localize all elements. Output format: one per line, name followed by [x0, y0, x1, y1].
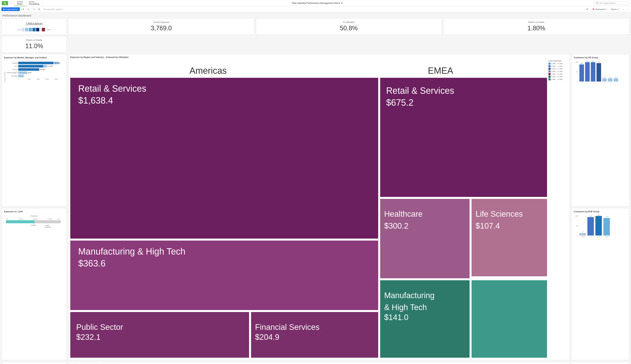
util-box-2 — [25, 28, 28, 31]
svg-text:$363.6: $363.6 — [78, 258, 106, 268]
right-col: Customers by PD Group 130 65 0 104 127 1… — [571, 54, 629, 360]
svg-text:100M: 100M — [27, 78, 31, 80]
clear-icon[interactable]: ⊘ — [37, 7, 42, 12]
bookmarks-btn[interactable]: 🔖 Bookmarks ▾ — [591, 8, 608, 11]
svg-text:< -0.00%: < -0.00% — [580, 236, 585, 238]
treemap-container: Americas Retail & Services $1,638.4 Manu… — [70, 60, 547, 358]
customers-roe-title: Customers by RoE Group — [574, 210, 627, 213]
bar-uk[interactable] — [18, 72, 27, 74]
pd-bar-4[interactable] — [596, 63, 601, 82]
roe-bar-1[interactable] — [579, 233, 586, 236]
roe-bar-3[interactable] — [595, 216, 602, 236]
svg-text:0: 0 — [577, 81, 578, 82]
svg-text:$675.2: $675.2 — [386, 98, 413, 108]
svg-text:$141.0: $141.0 — [384, 313, 409, 322]
nav-tabs: Analyze Sheet Narrate Storytelling — [14, 0, 42, 6]
grid-view-btn[interactable]: ⊞ — [585, 8, 589, 11]
insight-advisor-button[interactable]: ◆ Insight Advisor — [2, 7, 20, 11]
bar-canada[interactable] — [18, 62, 53, 64]
pd-bar-6[interactable] — [608, 78, 612, 82]
emea-small[interactable] — [471, 280, 547, 358]
pd-bar-5[interactable] — [602, 78, 607, 82]
legend-label-3: 4.29G - < 4.29G — [551, 68, 563, 70]
svg-text:232.88M: 232.88M — [40, 69, 45, 70]
pd-bar-1[interactable] — [579, 64, 584, 82]
legend-item-2: 4.29G - < 4.29G — [548, 65, 568, 67]
legend-item-6: 4.28G - < 4.29G — [548, 76, 568, 78]
page-title: Performance Dashboard — [3, 14, 31, 17]
svg-text:Germany: Germany — [11, 75, 18, 77]
svg-text:(7,420.8): (7,420.8) — [44, 226, 51, 228]
color-legend: Color expression 4.29G - < 4.29G 4.29G -… — [548, 60, 568, 358]
qlik-logo[interactable]: Q — [2, 1, 8, 5]
roe-bar-4[interactable] — [603, 218, 610, 236]
legend-label-4: 4.29G - < 4.29G — [551, 70, 563, 72]
forward-icon[interactable]: ↪ — [32, 7, 36, 12]
customers-pd-title: Customers by PD Group — [574, 56, 627, 59]
svg-text:7: 7 — [615, 82, 616, 84]
search-placeholder: Ask Insight Advisor — [599, 2, 616, 4]
svg-text:USA: USA — [14, 65, 18, 67]
next-sheet-btn[interactable]: › — [626, 8, 629, 11]
legend-label-7: 4.28G - < 4.28G — [551, 78, 563, 80]
legend-label-5: 4.29G - < 4.29G — [551, 73, 563, 75]
bar-usa[interactable] — [18, 65, 43, 68]
utilization-title: Utilization — [26, 22, 43, 26]
back-icon[interactable]: ↩ — [27, 7, 31, 12]
kpi-roa: Return on Assets 1.80% — [443, 18, 629, 34]
tab-sheet-label: Sheet — [17, 3, 23, 5]
util-box-3 — [29, 28, 32, 31]
kpi-roa-label: Return on Assets — [528, 21, 544, 24]
exposure-vs-limit-card: Exposure vs. Limit Exposure 0.0 2,500.0 … — [2, 208, 67, 360]
pd-bar-2[interactable] — [585, 62, 590, 82]
ask-insight-search[interactable]: 🔍 Ask Insight Advisor — [594, 1, 629, 5]
kpi-row: Utilization Low High Over Current Exposu… — [0, 18, 631, 54]
insight-advisor-label: Insight Advisor — [6, 8, 18, 10]
exposure-bar[interactable] — [6, 220, 34, 223]
prev-sheet-btn[interactable]: ‹ — [621, 8, 625, 11]
insight-advisor-icon: ◆ — [3, 8, 5, 10]
svg-text:300M: 300M — [46, 78, 49, 80]
roe-bar-2[interactable] — [587, 217, 594, 236]
util-legend: Low High Over — [17, 28, 51, 31]
svg-text:Limit: Limit — [46, 224, 49, 226]
svg-text:19: 19 — [609, 76, 611, 78]
tab-narrate-storytelling[interactable]: Narrate Storytelling — [26, 0, 42, 6]
svg-text:100M: 100M — [28, 72, 31, 74]
util-box-4 — [33, 28, 36, 31]
svg-text:104: 104 — [580, 62, 583, 64]
emea-retail[interactable] — [380, 78, 547, 197]
bar-germany[interactable] — [18, 75, 24, 77]
legend-color-7 — [548, 78, 550, 80]
svg-text:0-5%: 0-5% — [597, 236, 600, 238]
toolbar-right: ⊞ 🔖 Bookmarks ▾ Sheets ▾ ‹ › — [585, 8, 629, 11]
utilization-card: Utilization Low High Over — [2, 18, 67, 34]
legend-label-6: 4.28G - < 4.29G — [551, 76, 563, 78]
pd-bar-7[interactable] — [614, 78, 618, 82]
bar-france[interactable] — [18, 68, 39, 70]
svg-text:5: 5 — [604, 82, 605, 84]
bar-usa-secondary — [43, 65, 47, 68]
sheets-btn[interactable]: Sheets ▾ — [609, 8, 620, 11]
kpi-current-exposure-label: Current Exposure — [153, 21, 170, 24]
tab-analyze-sheet[interactable]: Analyze Sheet — [14, 0, 26, 6]
svg-text:3: 3 — [593, 82, 593, 84]
pd-bar-3[interactable] — [591, 62, 595, 82]
svg-text:> -15%: > -15% — [588, 236, 593, 238]
more-options-icon[interactable]: ··· — [10, 1, 12, 5]
exposure-by-market-card: Exposure by Market, Manager, and Analyst… — [2, 54, 67, 206]
kpi-current-exposure: Current Exposure 3,769.0 — [68, 18, 254, 34]
over-label: Over — [47, 29, 51, 31]
svg-text:Healthcare: Healthcare — [384, 210, 423, 218]
svg-text:$300.2: $300.2 — [384, 222, 409, 230]
legend-color-5 — [548, 73, 550, 75]
svg-text:17: 17 — [582, 231, 583, 233]
svg-text:200M: 200M — [36, 78, 40, 80]
svg-text:2: 2 — [587, 82, 588, 84]
svg-text:France: France — [13, 69, 18, 70]
treemap-area: Americas Retail & Services $1,638.4 Manu… — [70, 60, 568, 358]
magic-wand-icon[interactable]: ✦ — [21, 7, 26, 12]
dropdown-icon[interactable]: ▾ — [341, 2, 342, 4]
americas-retail[interactable] — [70, 78, 378, 238]
legend-color-2 — [548, 65, 550, 67]
